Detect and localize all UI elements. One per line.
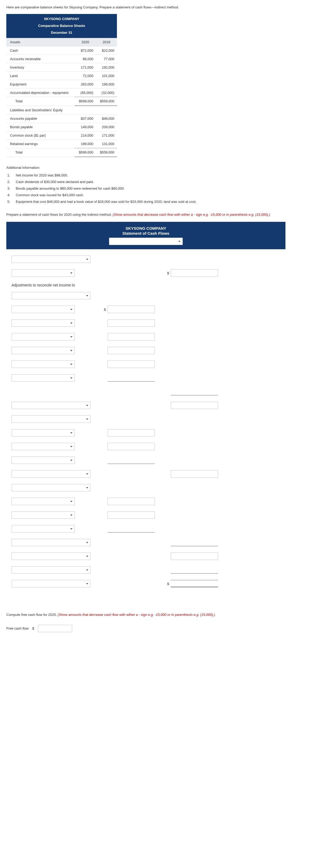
bs-val: 77,000 (96, 55, 117, 63)
bs-val: 171,000 (96, 131, 117, 140)
list-num: 4. (7, 193, 16, 197)
line-item-select[interactable] (11, 443, 75, 450)
amount-input[interactable] (107, 498, 155, 505)
free-cash-instruction: Compute free cash flow for 2020. (Show a… (6, 612, 296, 617)
amount-input[interactable] (171, 470, 218, 478)
bs-val: 263,000 (75, 80, 96, 88)
bs-total-label: Total (6, 148, 75, 157)
amount-input[interactable] (107, 361, 155, 368)
amount-input[interactable] (171, 539, 218, 546)
bs-liab-header: Liabilities and Stockholders' Equity (6, 105, 117, 114)
bs-label: Accounts payable (6, 114, 75, 123)
amount-input[interactable] (107, 512, 155, 519)
adjustment-select[interactable] (11, 374, 75, 382)
bs-label: Accounts receivable (6, 55, 75, 63)
amount-input[interactable] (107, 306, 155, 313)
col-2019: 2019 (96, 38, 117, 46)
adjustments-title: Adjustments to reconcile net income to (11, 283, 280, 287)
amount-input[interactable] (107, 429, 155, 436)
balance-sheet-table: SKYSONG COMPANY Comparative Balance Shee… (6, 14, 117, 157)
section-select[interactable] (11, 484, 91, 491)
bs-label: Common stock ($1 par) (6, 131, 75, 140)
list-num: 1. (7, 173, 16, 177)
bs-date: December 31 (6, 29, 117, 38)
net-change-select[interactable] (11, 553, 91, 560)
amount-input[interactable] (107, 319, 155, 327)
list-text: Net income for 2020 was $98,000. (16, 173, 310, 177)
ending-cash-input[interactable] (171, 580, 218, 587)
bs-val: $22,000 (96, 46, 117, 55)
bs-val: (65,000) (75, 88, 96, 97)
line-item-select[interactable] (11, 457, 75, 464)
subtotal-input[interactable] (171, 388, 218, 395)
ending-cash-select[interactable] (11, 580, 91, 587)
adjustment-select[interactable] (11, 306, 75, 313)
amount-input[interactable] (107, 525, 155, 532)
net-investing-select[interactable] (11, 470, 91, 478)
bs-val: 199,000 (96, 80, 117, 88)
bs-val: 149,000 (75, 123, 96, 131)
list-num: 3. (7, 186, 16, 190)
scf-period-select[interactable] (109, 238, 183, 245)
amount-input[interactable] (171, 402, 218, 409)
net-financing-select[interactable] (11, 539, 91, 546)
bs-val: $37,000 (75, 114, 96, 123)
amount-input[interactable] (107, 443, 155, 450)
free-cash-flow-section: Compute free cash flow for 2020. (Show a… (6, 612, 296, 632)
amount-input[interactable] (107, 457, 155, 464)
additional-info-list: 1.Net income for 2020 was $98,000. 2.Cas… (7, 173, 310, 204)
adjustment-target-select[interactable] (11, 292, 91, 299)
bs-val: 72,000 (75, 71, 96, 80)
bs-val: 86,000 (75, 55, 96, 63)
beginning-cash-select[interactable] (11, 566, 91, 574)
amount-input[interactable] (171, 269, 218, 277)
list-text: Common stock was issued for $43,000 cash… (16, 193, 310, 197)
bs-total: $599,000 (75, 97, 96, 105)
bs-label: Equipment (6, 80, 75, 88)
amount-input[interactable] (171, 566, 218, 574)
adjustment-select[interactable] (11, 361, 75, 368)
bs-total-label: Total (6, 97, 75, 105)
adjustment-select[interactable] (11, 347, 75, 354)
dollar-sign: $ (101, 308, 106, 311)
adjustment-select[interactable] (11, 319, 75, 327)
bs-label: Land (6, 71, 75, 80)
bs-val: 171,000 (75, 63, 96, 71)
bs-label: Cash (6, 46, 75, 55)
amount-input[interactable] (107, 333, 155, 341)
line-item-select[interactable] (11, 525, 75, 532)
bs-val: 209,000 (96, 123, 117, 131)
section-select[interactable] (11, 255, 91, 263)
adjustment-select[interactable] (11, 333, 75, 341)
bs-val: 192,000 (96, 63, 117, 71)
section-select[interactable] (11, 415, 91, 423)
line-item-select[interactable] (11, 512, 75, 519)
main-instruction: Prepare a statement of cash flows for 20… (6, 212, 310, 217)
free-cash-input[interactable] (38, 625, 72, 632)
scf-header: SKYSONG COMPANY Statement of Cash Flows (6, 222, 285, 249)
additional-info-title: Additional information: (6, 166, 310, 169)
bs-label: Accumulated depreciation - equipment (6, 88, 75, 97)
bs-val: $72,000 (75, 46, 96, 55)
bs-label: Inventory (6, 63, 75, 71)
line-item-select[interactable] (11, 498, 75, 505)
dollar-sign: $ (32, 626, 34, 630)
bs-val: $48,000 (96, 114, 117, 123)
bs-val: 131,000 (96, 140, 117, 148)
amount-input[interactable] (107, 374, 155, 382)
list-num: 2. (7, 180, 16, 184)
dollar-sign: $ (164, 582, 169, 586)
bs-label: Retained earnings (6, 140, 75, 148)
bs-label: Bonds payable (6, 123, 75, 131)
net-operating-select[interactable] (11, 402, 91, 409)
line-item-select[interactable] (11, 269, 75, 277)
amount-input[interactable] (107, 347, 155, 354)
dollar-sign: $ (164, 271, 169, 275)
line-item-select[interactable] (11, 429, 75, 436)
bs-company: SKYSONG COMPANY (6, 14, 117, 23)
list-text: Bonds payable amounting to $60,000 were … (16, 186, 310, 190)
amount-input[interactable] (171, 553, 218, 560)
col-assets: Assets (6, 38, 75, 46)
list-num: 5. (7, 200, 16, 204)
bs-val: (32,000) (96, 88, 117, 97)
